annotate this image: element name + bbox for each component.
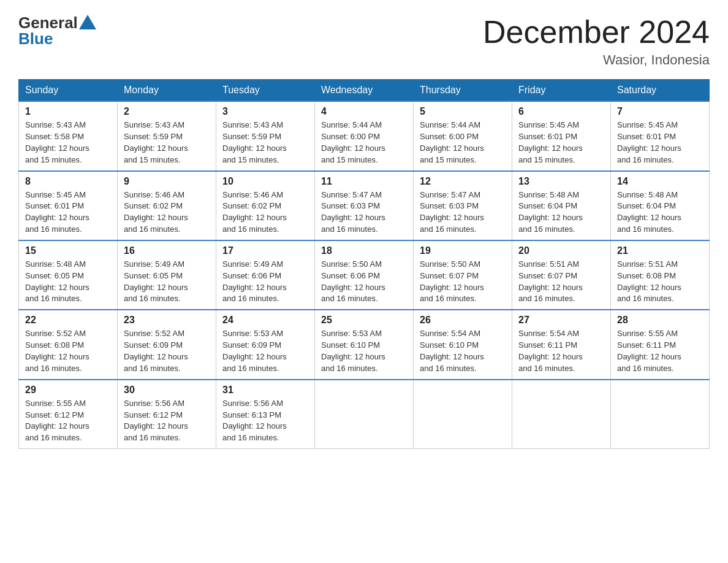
day-number: 2 <box>124 106 210 117</box>
header-wednesday: Wednesday <box>315 80 414 102</box>
calendar-cell: 28Sunrise: 5:55 AMSunset: 6:11 PMDayligh… <box>611 310 710 379</box>
day-number: 25 <box>321 315 407 326</box>
day-number: 18 <box>321 245 407 256</box>
day-number: 28 <box>617 315 703 326</box>
calendar-table: SundayMondayTuesdayWednesdayThursdayFrid… <box>18 79 710 449</box>
day-number: 23 <box>124 315 210 326</box>
header-thursday: Thursday <box>414 80 512 102</box>
calendar-cell: 10Sunrise: 5:46 AMSunset: 6:02 PMDayligh… <box>216 171 315 240</box>
calendar-cell: 21Sunrise: 5:51 AMSunset: 6:08 PMDayligh… <box>611 240 710 310</box>
calendar-cell: 27Sunrise: 5:54 AMSunset: 6:11 PMDayligh… <box>512 310 611 379</box>
day-number: 13 <box>518 176 604 187</box>
header-monday: Monday <box>118 80 216 102</box>
day-info: Sunrise: 5:48 AMSunset: 6:04 PMDaylight:… <box>617 190 703 236</box>
calendar-cell: 29Sunrise: 5:55 AMSunset: 6:12 PMDayligh… <box>19 380 118 449</box>
day-info: Sunrise: 5:56 AMSunset: 6:12 PMDaylight:… <box>124 398 210 444</box>
day-number: 21 <box>617 245 703 256</box>
header-friday: Friday <box>512 80 611 102</box>
day-number: 12 <box>420 176 506 187</box>
day-info: Sunrise: 5:50 AMSunset: 6:07 PMDaylight:… <box>420 259 506 305</box>
header-sunday: Sunday <box>19 80 118 102</box>
calendar-cell: 18Sunrise: 5:50 AMSunset: 6:06 PMDayligh… <box>315 240 414 310</box>
day-number: 16 <box>124 245 210 256</box>
header-saturday: Saturday <box>611 80 710 102</box>
day-info: Sunrise: 5:43 AMSunset: 5:59 PMDaylight:… <box>222 120 308 166</box>
day-number: 20 <box>518 245 604 256</box>
calendar-week-row: 8Sunrise: 5:45 AMSunset: 6:01 PMDaylight… <box>19 171 710 240</box>
calendar-cell: 22Sunrise: 5:52 AMSunset: 6:08 PMDayligh… <box>19 310 118 379</box>
day-number: 11 <box>321 176 407 187</box>
day-number: 5 <box>420 106 506 117</box>
day-info: Sunrise: 5:46 AMSunset: 6:02 PMDaylight:… <box>222 190 308 236</box>
calendar-cell: 1Sunrise: 5:43 AMSunset: 5:58 PMDaylight… <box>19 101 118 170</box>
day-info: Sunrise: 5:44 AMSunset: 6:00 PMDaylight:… <box>321 120 407 166</box>
calendar-week-row: 1Sunrise: 5:43 AMSunset: 5:58 PMDaylight… <box>19 101 710 170</box>
calendar-cell: 26Sunrise: 5:54 AMSunset: 6:10 PMDayligh… <box>414 310 512 379</box>
day-number: 27 <box>518 315 604 326</box>
day-number: 29 <box>25 385 111 396</box>
location: Wasior, Indonesia <box>483 52 710 68</box>
day-number: 26 <box>420 315 506 326</box>
calendar-cell <box>414 380 512 449</box>
day-info: Sunrise: 5:48 AMSunset: 6:04 PMDaylight:… <box>518 190 604 236</box>
day-number: 9 <box>124 176 210 187</box>
day-number: 10 <box>222 176 308 187</box>
day-info: Sunrise: 5:44 AMSunset: 6:00 PMDaylight:… <box>420 120 506 166</box>
calendar-cell: 8Sunrise: 5:45 AMSunset: 6:01 PMDaylight… <box>19 171 118 240</box>
calendar-week-row: 22Sunrise: 5:52 AMSunset: 6:08 PMDayligh… <box>19 310 710 379</box>
day-info: Sunrise: 5:51 AMSunset: 6:08 PMDaylight:… <box>617 259 703 305</box>
calendar-header-row: SundayMondayTuesdayWednesdayThursdayFrid… <box>19 80 710 102</box>
day-info: Sunrise: 5:45 AMSunset: 6:01 PMDaylight:… <box>617 120 703 166</box>
day-info: Sunrise: 5:56 AMSunset: 6:13 PMDaylight:… <box>222 398 308 444</box>
calendar-cell: 14Sunrise: 5:48 AMSunset: 6:04 PMDayligh… <box>611 171 710 240</box>
calendar-cell: 7Sunrise: 5:45 AMSunset: 6:01 PMDaylight… <box>611 101 710 170</box>
day-info: Sunrise: 5:54 AMSunset: 6:11 PMDaylight:… <box>518 328 604 374</box>
logo-triangle-icon <box>79 15 96 29</box>
logo-general-text: General <box>18 15 78 31</box>
day-number: 19 <box>420 245 506 256</box>
day-number: 24 <box>222 315 308 326</box>
day-number: 30 <box>124 385 210 396</box>
day-info: Sunrise: 5:45 AMSunset: 6:01 PMDaylight:… <box>518 120 604 166</box>
day-info: Sunrise: 5:43 AMSunset: 5:59 PMDaylight:… <box>124 120 210 166</box>
day-info: Sunrise: 5:48 AMSunset: 6:05 PMDaylight:… <box>25 259 111 305</box>
day-info: Sunrise: 5:47 AMSunset: 6:03 PMDaylight:… <box>420 190 506 236</box>
day-number: 22 <box>25 315 111 326</box>
day-info: Sunrise: 5:53 AMSunset: 6:10 PMDaylight:… <box>321 328 407 374</box>
calendar-cell <box>611 380 710 449</box>
day-info: Sunrise: 5:55 AMSunset: 6:11 PMDaylight:… <box>617 328 703 374</box>
logo-blue-text: Blue <box>18 29 53 48</box>
calendar-cell: 16Sunrise: 5:49 AMSunset: 6:05 PMDayligh… <box>118 240 216 310</box>
day-info: Sunrise: 5:50 AMSunset: 6:06 PMDaylight:… <box>321 259 407 305</box>
calendar-cell: 30Sunrise: 5:56 AMSunset: 6:12 PMDayligh… <box>118 380 216 449</box>
calendar-cell: 9Sunrise: 5:46 AMSunset: 6:02 PMDaylight… <box>118 171 216 240</box>
calendar-cell: 15Sunrise: 5:48 AMSunset: 6:05 PMDayligh… <box>19 240 118 310</box>
calendar-week-row: 29Sunrise: 5:55 AMSunset: 6:12 PMDayligh… <box>19 380 710 449</box>
day-info: Sunrise: 5:51 AMSunset: 6:07 PMDaylight:… <box>518 259 604 305</box>
day-number: 31 <box>222 385 308 396</box>
calendar-cell: 24Sunrise: 5:53 AMSunset: 6:09 PMDayligh… <box>216 310 315 379</box>
day-info: Sunrise: 5:49 AMSunset: 6:06 PMDaylight:… <box>222 259 308 305</box>
day-info: Sunrise: 5:53 AMSunset: 6:09 PMDaylight:… <box>222 328 308 374</box>
calendar-cell: 19Sunrise: 5:50 AMSunset: 6:07 PMDayligh… <box>414 240 512 310</box>
day-info: Sunrise: 5:49 AMSunset: 6:05 PMDaylight:… <box>124 259 210 305</box>
month-title: December 2024 <box>483 15 710 50</box>
calendar-cell: 6Sunrise: 5:45 AMSunset: 6:01 PMDaylight… <box>512 101 611 170</box>
day-number: 17 <box>222 245 308 256</box>
calendar-cell: 11Sunrise: 5:47 AMSunset: 6:03 PMDayligh… <box>315 171 414 240</box>
day-number: 15 <box>25 245 111 256</box>
day-number: 1 <box>25 106 111 117</box>
calendar-week-row: 15Sunrise: 5:48 AMSunset: 6:05 PMDayligh… <box>19 240 710 310</box>
day-number: 6 <box>518 106 604 117</box>
calendar-cell: 12Sunrise: 5:47 AMSunset: 6:03 PMDayligh… <box>414 171 512 240</box>
header-tuesday: Tuesday <box>216 80 315 102</box>
day-number: 3 <box>222 106 308 117</box>
calendar-cell: 3Sunrise: 5:43 AMSunset: 5:59 PMDaylight… <box>216 101 315 170</box>
day-info: Sunrise: 5:52 AMSunset: 6:09 PMDaylight:… <box>124 328 210 374</box>
calendar-cell: 31Sunrise: 5:56 AMSunset: 6:13 PMDayligh… <box>216 380 315 449</box>
calendar-cell: 17Sunrise: 5:49 AMSunset: 6:06 PMDayligh… <box>216 240 315 310</box>
calendar-cell: 23Sunrise: 5:52 AMSunset: 6:09 PMDayligh… <box>118 310 216 379</box>
day-info: Sunrise: 5:55 AMSunset: 6:12 PMDaylight:… <box>25 398 111 444</box>
logo: General Blue <box>18 15 96 48</box>
page-header: General Blue December 2024 Wasior, Indon… <box>18 15 710 68</box>
